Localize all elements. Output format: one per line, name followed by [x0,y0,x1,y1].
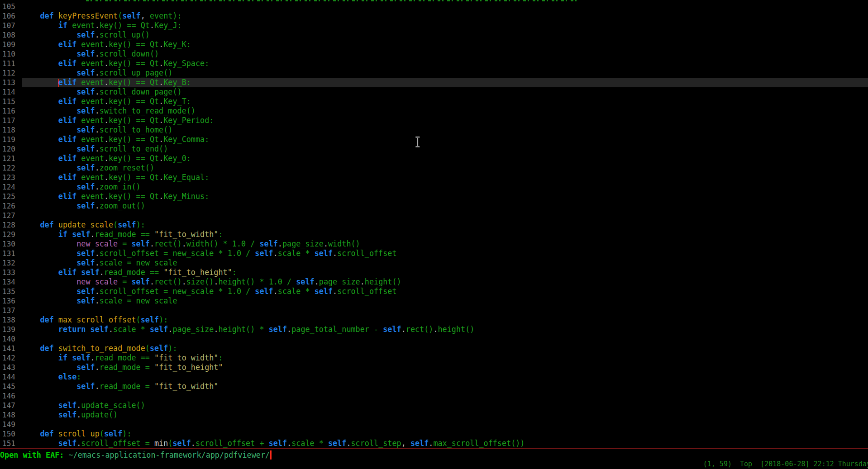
code-token [22,220,40,229]
code-line[interactable]: 145 self.read_mode = "fit_to_width" [0,382,868,391]
line-number: 138 [0,315,22,325]
code-token: self [269,325,287,334]
code-line[interactable]: 130 new_scale = self.rect().width() * 1.… [0,239,868,249]
code-line[interactable]: 108 self.scroll_up() [0,30,868,40]
code-line[interactable]: 127 [0,211,868,220]
code-line[interactable]: 149 [0,420,868,429]
code-line[interactable]: 132 self.scale = new_scale [0,258,868,268]
code-line[interactable]: 114 self.scroll_down_page() [0,87,868,97]
code-line[interactable]: 134 new_scale = self.rect().size().heigh… [0,277,868,287]
code-line[interactable]: 105 [0,2,868,11]
code-line[interactable]: 136 self.scale = new_scale [0,296,868,306]
code-line[interactable]: 147 self.update_scale() [0,401,868,410]
code-line[interactable]: 107 if event.key() == Qt.Key_J: [0,21,868,30]
code-token: self [76,296,95,305]
code-line[interactable]: 120 self.scroll_to_end() [0,144,868,154]
code-line[interactable]: 106 def keyPressEvent(self, event): [0,11,868,21]
line-number: 134 [0,277,22,287]
code-line[interactable]: 142 if self.read_mode == "fit_to_width": [0,353,868,363]
code-editor-buffer[interactable]: 105106 def keyPressEvent(self, event):10… [0,2,868,448]
code-token [22,116,58,125]
code-line[interactable]: 140 [0,334,868,344]
code-token: . [95,49,100,58]
code-text: elif event.key() == Qt.Key_0: [22,154,191,163]
code-line[interactable]: 139 return self.scale * self.page_size.h… [0,325,868,334]
code-line[interactable]: 118 self.scroll_to_home() [0,125,868,135]
code-token: self [255,249,273,258]
code-line[interactable]: 128 def update_scale(self): [0,220,868,230]
code-line[interactable]: 133 elif self.read_mode == "fit_to_heigh… [0,268,868,277]
code-line[interactable]: 125 elif event.key() == Qt.Key_Minus: [0,192,868,201]
code-line[interactable]: 117 elif event.key() == Qt.Key_Period: [0,116,868,125]
line-number: 141 [0,344,22,353]
code-line[interactable]: 123 elif event.key() == Qt.Key_Equal: [0,173,868,182]
code-line[interactable]: 112 self.scroll_up_page() [0,68,868,78]
code-line[interactable]: 144 else: [0,372,868,382]
code-token: scroll_offset = [81,439,154,448]
line-number: 144 [0,372,22,382]
code-token: . [182,277,186,286]
code-token: scroll_down_page() [100,87,182,96]
minibuffer-input[interactable]: ~/emacs-application-framework/app/pdfvie… [69,450,270,460]
code-token: else [58,372,76,381]
code-line[interactable]: 148 self.update() [0,410,868,420]
code-text: elif event.key() == Qt.Key_Equal: [22,173,209,182]
code-token [22,410,58,419]
code-token: . [159,59,163,68]
code-line[interactable]: 122 self.zoom_reset() [0,163,868,173]
line-number: 135 [0,287,22,296]
code-line[interactable]: 124 self.zoom_in() [0,182,868,192]
code-line[interactable]: 138 def max_scroll_offset(self): [0,315,868,325]
code-token: self [76,363,95,372]
code-token: def [40,315,53,324]
line-number: 150 [0,429,22,439]
code-token: . [95,87,100,96]
code-line[interactable]: 121 elif event.key() == Qt.Key_0: [0,154,868,163]
code-text: self.zoom_reset() [22,163,154,172]
code-line[interactable]: 151 self.scroll_offset = min(self.scroll… [0,439,868,448]
code-token [22,363,76,372]
code-token: max_scroll_offset [58,315,136,324]
code-token: scroll_up_page() [100,68,173,77]
line-number: 147 [0,401,22,410]
code-token: . [150,21,154,30]
line-number: 116 [0,106,22,116]
code-token: elif [58,78,76,87]
code-line[interactable]: 115 elif event.key() == Qt.Key_T: [0,97,868,106]
code-token: . [159,116,163,125]
code-token: update() [81,410,118,419]
code-token: new_scale [76,239,118,248]
code-line[interactable]: 131 self.scroll_offset = new_scale * 1.0… [0,249,868,258]
code-token: . [168,325,172,334]
line-number: 126 [0,201,22,211]
code-line[interactable]: 141 def switch_to_read_mode(self): [0,344,868,353]
code-token [22,296,76,305]
code-line[interactable]: 143 self.read_mode = "fit_to_height" [0,363,868,372]
code-token: page_size [282,239,324,248]
code-line[interactable]: 126 self.zoom_out() [0,201,868,211]
code-token: key() == Qt [100,21,150,30]
code-token: scroll_offset = new_scale * 1.0 / [100,287,255,296]
code-token: Key_Comma: [163,135,209,144]
code-text: self.switch_to_read_mode() [22,106,196,115]
code-token: . [159,192,163,201]
code-line[interactable]: 109 elif event.key() == Qt.Key_K: [0,40,868,49]
code-text: def update_scale(self): [22,220,145,229]
code-token: : [76,372,81,381]
code-line[interactable]: 129 if self.read_mode == "fit_to_width": [0,230,868,239]
code-line[interactable]: 110 self.scroll_down() [0,49,868,59]
code-line[interactable]: 150 def scroll_up(self): [0,429,868,439]
line-number: 122 [0,163,22,173]
code-line[interactable]: 111 elif event.key() == Qt.Key_Space: [0,59,868,68]
code-line[interactable]: 146 [0,391,868,401]
code-line[interactable]: 116 self.switch_to_read_mode() [0,106,868,116]
code-line[interactable]: 135 self.scroll_offset = new_scale * 1.0… [0,287,868,296]
code-line-current[interactable]: 113 elif event.key() == Qt.Key_B: [0,78,868,87]
code-text: elif event.key() == Qt.Key_K: [22,40,191,49]
line-number: 148 [0,410,22,420]
code-token: . [104,40,109,49]
line-number: 108 [0,30,22,40]
code-line[interactable]: 137 [0,306,868,315]
code-line[interactable]: 119 elif event.key() == Qt.Key_Comma: [0,135,868,144]
code-token: . [433,325,438,334]
